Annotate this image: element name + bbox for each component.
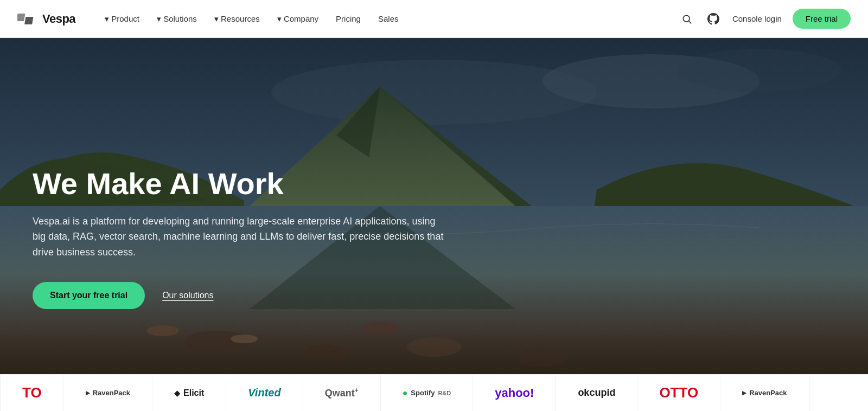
search-button[interactable] bbox=[679, 11, 694, 27]
github-button[interactable] bbox=[705, 11, 722, 27]
hero-title: We Make AI Work bbox=[33, 167, 445, 201]
logo-link[interactable]: Vespa bbox=[17, 9, 75, 29]
nav-solutions[interactable]: ▾ Solutions bbox=[149, 10, 205, 28]
okcupid-text: okcupid bbox=[578, 387, 615, 399]
logo-icon bbox=[17, 9, 37, 29]
logos-track: TO ▶ RavenPack ◆ Elicit Vinted Qwant+ ● … bbox=[0, 375, 809, 412]
github-icon bbox=[707, 13, 719, 25]
svg-point-15 bbox=[361, 322, 399, 335]
logo-qwant: Qwant+ bbox=[303, 375, 381, 412]
svg-point-2 bbox=[683, 15, 690, 22]
nav-pricing-label: Pricing bbox=[336, 14, 361, 23]
hero-buttons: Start your free trial Our solutions bbox=[33, 282, 445, 309]
svg-point-11 bbox=[407, 337, 461, 357]
navbar-nav: ▾ Product ▾ Solutions ▾ Resources ▾ Comp… bbox=[97, 10, 679, 28]
nav-solutions-label: ▾ Solutions bbox=[157, 14, 197, 24]
svg-line-3 bbox=[689, 21, 692, 23]
hero-content: We Make AI Work Vespa.ai is a platform f… bbox=[33, 167, 445, 309]
logo-vinted: Vinted bbox=[226, 375, 303, 412]
logo-ravenpack-2: ▶ RavenPack bbox=[720, 375, 809, 412]
console-login-link[interactable]: Console login bbox=[732, 14, 782, 23]
nav-product[interactable]: ▾ Product bbox=[97, 10, 147, 28]
logo-okcupid: okcupid bbox=[556, 375, 637, 412]
our-solutions-button[interactable]: Our solutions bbox=[162, 291, 213, 300]
otto-partial-text: TO bbox=[22, 384, 42, 401]
svg-point-13 bbox=[146, 325, 179, 336]
logo-text: Vespa bbox=[42, 12, 75, 26]
navbar: Vespa ▾ Product ▾ Solutions ▾ Resources … bbox=[0, 0, 868, 38]
nav-company[interactable]: ▾ Company bbox=[270, 10, 326, 28]
start-trial-button[interactable]: Start your free trial bbox=[33, 282, 145, 309]
nav-sales-label: Sales bbox=[378, 14, 399, 23]
nav-company-label: ▾ Company bbox=[277, 14, 318, 24]
logo-otto-partial: TO bbox=[0, 375, 64, 412]
logo-otto-full: OTTO bbox=[637, 375, 720, 412]
logo-ravenpack-1: ▶ RavenPack bbox=[64, 375, 152, 412]
yahoo-text: yahoo! bbox=[495, 386, 534, 400]
svg-point-10 bbox=[304, 344, 347, 361]
free-trial-button[interactable]: Free trial bbox=[793, 9, 851, 29]
svg-rect-0 bbox=[17, 14, 25, 21]
svg-point-7 bbox=[271, 60, 597, 125]
svg-point-12 bbox=[518, 349, 567, 367]
logo-elicit: ◆ Elicit bbox=[152, 375, 226, 412]
ravenpack-1-text: ▶ RavenPack bbox=[86, 389, 130, 397]
nav-resources[interactable]: ▾ Resources bbox=[207, 10, 267, 28]
nav-sales[interactable]: Sales bbox=[371, 10, 406, 28]
search-icon bbox=[681, 14, 692, 24]
nav-product-label: ▾ Product bbox=[105, 14, 139, 24]
svg-rect-1 bbox=[24, 17, 33, 24]
svg-point-6 bbox=[678, 49, 841, 92]
logos-bar: TO ▶ RavenPack ◆ Elicit Vinted Qwant+ ● … bbox=[0, 374, 868, 411]
logo-yahoo: yahoo! bbox=[473, 375, 556, 412]
otto-full-text: OTTO bbox=[659, 384, 698, 401]
navbar-actions: Console login Free trial bbox=[679, 9, 851, 29]
logo-spotify: ● SpotifyR&D bbox=[381, 375, 474, 412]
svg-point-14 bbox=[231, 335, 258, 343]
elicit-text: ◆ Elicit bbox=[174, 388, 204, 398]
ravenpack-2-text: ▶ RavenPack bbox=[742, 389, 787, 397]
qwant-text: Qwant+ bbox=[325, 387, 359, 399]
spotify-text: ● SpotifyR&D bbox=[403, 388, 451, 398]
hero-description: Vespa.ai is a platform for developing an… bbox=[33, 214, 445, 260]
hero-section: We Make AI Work Vespa.ai is a platform f… bbox=[0, 38, 868, 374]
nav-resources-label: ▾ Resources bbox=[214, 14, 260, 24]
vinted-text: Vinted bbox=[248, 387, 280, 399]
nav-pricing[interactable]: Pricing bbox=[328, 10, 368, 28]
